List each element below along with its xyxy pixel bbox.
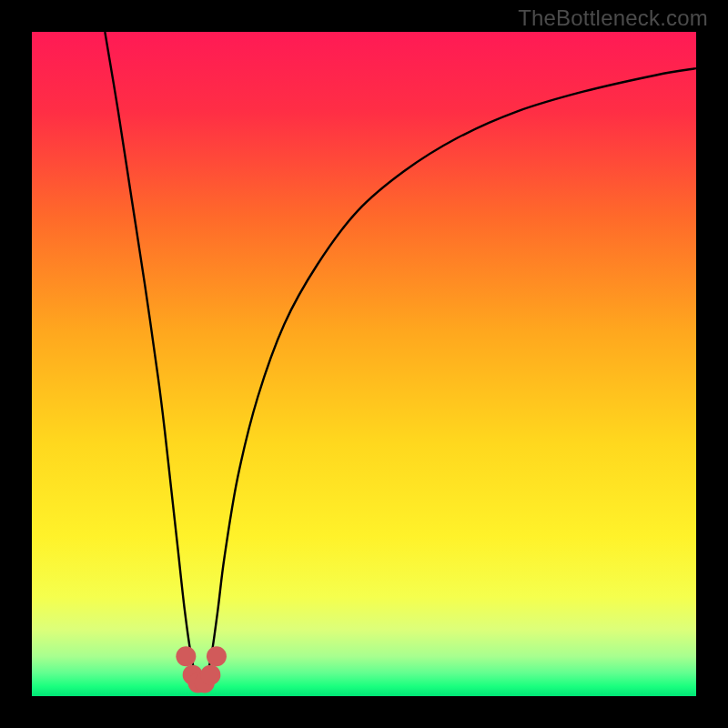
- chart-frame: TheBottleneck.com: [0, 0, 728, 728]
- plot-area: [32, 32, 696, 696]
- minimum-marker: [176, 646, 196, 666]
- minimum-marker: [200, 665, 220, 685]
- minimum-markers: [176, 646, 227, 693]
- curve-layer: [32, 32, 696, 696]
- bottleneck-curve: [105, 32, 696, 686]
- minimum-marker: [207, 646, 227, 666]
- watermark-text: TheBottleneck.com: [518, 5, 708, 31]
